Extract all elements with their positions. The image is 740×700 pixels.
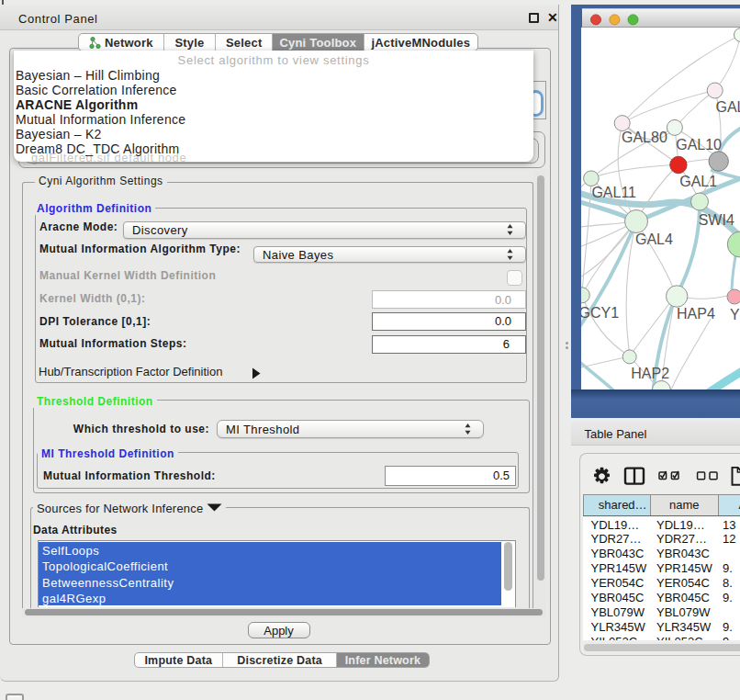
svg-text:GAL11: GAL11 (591, 185, 636, 200)
svg-text:HAP4: HAP4 (677, 306, 715, 322)
svg-text:Y: Y (730, 307, 740, 322)
svg-text:GCY1: GCY1 (579, 305, 620, 321)
svg-text:GAL80: GAL80 (622, 130, 667, 145)
svg-text:HAP2: HAP2 (631, 366, 669, 381)
svg-text:SWI4: SWI4 (699, 212, 734, 228)
svg-text:GAL10: GAL10 (676, 137, 722, 152)
svg-text:GAL1: GAL1 (679, 174, 717, 189)
svg-text:GAL7: GAL7 (716, 99, 740, 115)
svg-text:GAL4: GAL4 (635, 231, 673, 247)
